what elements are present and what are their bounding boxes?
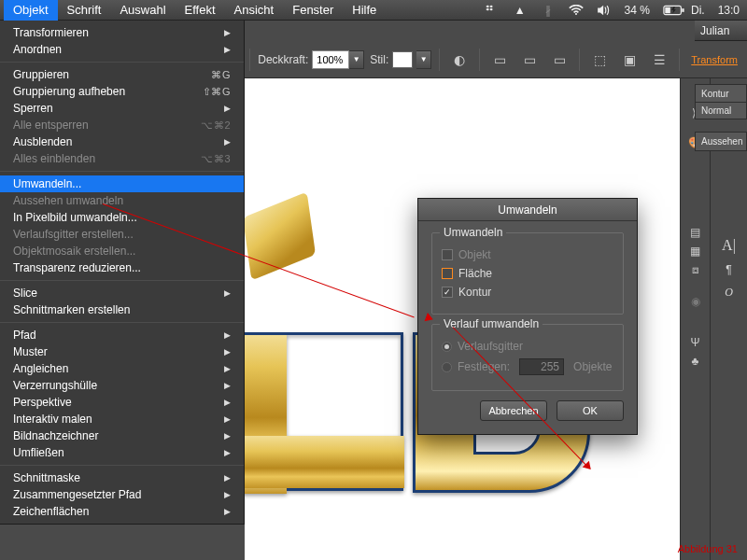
pilcrow-icon[interactable]: ¶ bbox=[726, 263, 731, 276]
eye-icon[interactable]: ◉ bbox=[691, 295, 700, 308]
menuitem-umflie-en[interactable]: Umfließen▶ bbox=[0, 444, 244, 461]
group-icon[interactable]: ▣ bbox=[617, 48, 641, 72]
wifi-icon[interactable] bbox=[569, 5, 584, 16]
submenu-arrow-icon: ▶ bbox=[224, 490, 231, 499]
menuitem-label: Schnittmarken erstellen bbox=[13, 303, 231, 316]
submenu-arrow-icon: ▶ bbox=[224, 507, 231, 516]
menuitem-slice[interactable]: Slice▶ bbox=[0, 285, 244, 301]
umwandeln-dialog: Umwandeln Umwandeln Objekt Fläche ✓ Kont… bbox=[417, 198, 638, 435]
type-a-icon[interactable]: A| bbox=[722, 237, 736, 254]
menuitem-shortcut: ⌘G bbox=[211, 69, 231, 81]
window-title-right: Julian bbox=[695, 21, 747, 41]
style-dd-icon[interactable]: ▼ bbox=[416, 50, 431, 69]
menuitem-schnittmaske[interactable]: Schnittmaske▶ bbox=[0, 469, 244, 486]
menuitem-perspektive[interactable]: Perspektive▶ bbox=[0, 394, 244, 411]
menuitem-label: Verzerrungshülle bbox=[13, 379, 224, 392]
style-swatch[interactable] bbox=[392, 51, 413, 68]
crop-icon[interactable]: ⧈ bbox=[692, 263, 699, 276]
menuitem-pfad[interactable]: Pfad▶ bbox=[0, 327, 244, 343]
align-center-icon[interactable]: ▭ bbox=[517, 48, 542, 72]
menuitem-anordnen[interactable]: Anordnen▶ bbox=[0, 41, 244, 58]
menuitem-sperren[interactable]: Sperren▶ bbox=[0, 100, 244, 117]
menu-ansicht[interactable]: Ansicht bbox=[225, 0, 284, 21]
menuitem-schnittmarken-erstellen[interactable]: Schnittmarken erstellen bbox=[0, 301, 244, 318]
opacity-dd-icon[interactable]: ▼ bbox=[349, 50, 364, 69]
menuitem-angleichen[interactable]: Angleichen▶ bbox=[0, 360, 244, 377]
submenu-arrow-icon: ▶ bbox=[224, 381, 231, 390]
tab-kontur[interactable]: Kontur bbox=[695, 84, 747, 103]
menuitem-interaktiv-malen[interactable]: Interaktiv malen▶ bbox=[0, 411, 244, 427]
club-icon[interactable]: ♣ bbox=[692, 355, 699, 368]
submenu-arrow-icon: ▶ bbox=[224, 431, 231, 441]
svg-rect-3 bbox=[665, 7, 670, 12]
menu-separator bbox=[0, 62, 244, 63]
transform-link[interactable]: Transform bbox=[687, 54, 741, 65]
transform-icon[interactable]: ⬚ bbox=[587, 48, 612, 72]
artboard-icon[interactable]: ▦ bbox=[690, 245, 700, 258]
eject-icon[interactable]: ▲ bbox=[513, 4, 528, 17]
battery-icon[interactable] bbox=[663, 5, 678, 16]
sphere-icon[interactable]: ◐ bbox=[447, 48, 472, 72]
menuitem-verlaufsgitter-erstellen: Verlaufsgitter erstellen... bbox=[0, 226, 244, 243]
radio-verlaufsgitter bbox=[442, 342, 452, 352]
submenu-arrow-icon: ▶ bbox=[224, 288, 231, 298]
menuitem-gruppierung-aufheben[interactable]: Gruppierung aufheben⇧⌘G bbox=[0, 83, 244, 100]
menuitem-label: Alle entsperren bbox=[13, 119, 201, 132]
opacity-field: Deckkraft: 100% ▼ bbox=[258, 50, 364, 69]
usb-icon[interactable]: Ψ bbox=[690, 336, 699, 349]
menuitem-zusammengesetzter-pfad[interactable]: Zusammengesetzter Pfad▶ bbox=[0, 486, 244, 503]
menu-schrift[interactable]: Schrift bbox=[58, 0, 111, 21]
volume-icon[interactable] bbox=[597, 5, 612, 16]
objekt-menu-dropdown: Transformieren▶Anordnen▶Gruppieren⌘GGrup… bbox=[0, 21, 245, 525]
menuitem-transformieren[interactable]: Transformieren▶ bbox=[0, 24, 244, 41]
menuitem-label: Schnittmaske bbox=[13, 471, 224, 484]
menuitem-muster[interactable]: Muster▶ bbox=[0, 343, 244, 360]
bluetooth-icon[interactable]: ∦ bbox=[541, 4, 556, 17]
menu-hilfe[interactable]: Hilfe bbox=[343, 0, 386, 21]
system-menubar: Objekt Schrift Auswahl Effekt Ansicht Fe… bbox=[0, 0, 747, 21]
menuitem-zeichenfl-chen[interactable]: Zeichenflächen▶ bbox=[0, 503, 244, 520]
submenu-arrow-icon: ▶ bbox=[224, 364, 231, 373]
style-label: Stil: bbox=[370, 53, 388, 66]
menuitem-transparenz-reduzieren[interactable]: Transparenz reduzieren... bbox=[0, 259, 244, 276]
label-kontur: Kontur bbox=[458, 286, 491, 299]
arrange-icon[interactable]: ☰ bbox=[647, 48, 671, 72]
menuitem-label: Zeichenflächen bbox=[13, 505, 224, 518]
menuitem-ausblenden[interactable]: Ausblenden▶ bbox=[0, 133, 244, 150]
submenu-arrow-icon: ▶ bbox=[224, 104, 231, 113]
submenu-arrow-icon: ▶ bbox=[224, 398, 231, 407]
menuitem-label: Umfließen bbox=[13, 446, 224, 459]
menuitem-label: Interaktiv malen bbox=[13, 413, 224, 426]
opacity-input[interactable]: 100% bbox=[312, 50, 349, 69]
menu-fenster[interactable]: Fenster bbox=[283, 0, 343, 21]
menu-effekt[interactable]: Effekt bbox=[176, 0, 225, 21]
layers-icon[interactable]: ▤ bbox=[690, 226, 700, 239]
dropbox-icon[interactable] bbox=[485, 4, 500, 17]
menuitem-label: In Pixelbild umwandeln... bbox=[13, 211, 231, 224]
tab-normal[interactable]: Normal bbox=[695, 102, 747, 119]
menuitem-objektmosaik-erstellen: Objektmosaik erstellen... bbox=[0, 243, 244, 259]
checkbox-flaeche[interactable] bbox=[442, 268, 453, 279]
svg-point-0 bbox=[575, 12, 577, 14]
menuitem-label: Slice bbox=[13, 287, 224, 300]
menuitem-label: Transparenz reduzieren... bbox=[13, 261, 231, 274]
ok-button[interactable]: OK bbox=[557, 400, 624, 421]
options-vdiv2 bbox=[439, 49, 440, 71]
checkbox-kontur[interactable]: ✓ bbox=[442, 287, 453, 298]
menuitem-verzerrungsh-lle[interactable]: Verzerrungshülle▶ bbox=[0, 377, 244, 394]
menuitem-label: Sperren bbox=[13, 102, 224, 115]
submenu-arrow-icon: ▶ bbox=[224, 330, 231, 340]
align-right-icon[interactable]: ▭ bbox=[547, 48, 571, 72]
menu-auswahl[interactable]: Auswahl bbox=[110, 0, 175, 21]
align-left-icon[interactable]: ▭ bbox=[487, 48, 512, 72]
cancel-button[interactable]: Abbrechen bbox=[480, 400, 547, 421]
tab-aussehen[interactable]: Aussehen bbox=[695, 132, 747, 151]
menuitem-label: Objektmosaik erstellen... bbox=[13, 245, 231, 258]
menuitem-label: Zusammengesetzter Pfad bbox=[13, 488, 224, 501]
menuitem-bildnachzeichner[interactable]: Bildnachzeichner▶ bbox=[0, 427, 244, 444]
menuitem-gruppieren[interactable]: Gruppieren⌘G bbox=[0, 66, 244, 83]
opentype-icon[interactable]: O bbox=[725, 286, 733, 300]
menuitem-umwandeln[interactable]: Umwandeln... bbox=[0, 175, 244, 192]
menuitem-shortcut: ⌥⌘2 bbox=[201, 119, 231, 132]
menu-objekt[interactable]: Objekt bbox=[4, 0, 58, 21]
